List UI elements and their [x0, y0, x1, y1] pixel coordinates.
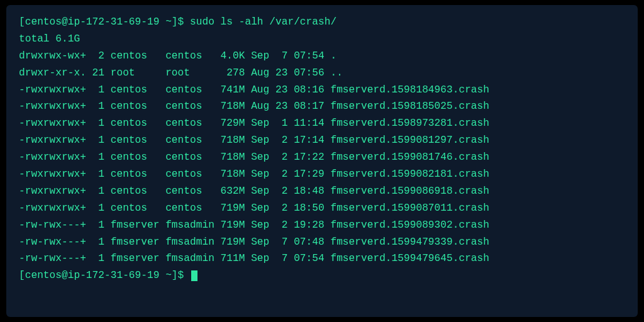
ls-row: drwxr-xr-x. 21 root root 278 Aug 23 07:5…	[19, 65, 625, 82]
ls-row: -rwxrwxrwx+ 1 centos centos 718M Sep 2 1…	[19, 166, 625, 183]
ls-row: -rwxrwxrwx+ 1 centos centos 718M Sep 2 1…	[19, 132, 625, 149]
ls-row: -rwxrwxrwx+ 1 centos centos 718M Aug 23 …	[19, 98, 625, 115]
shell-prompt: [centos@ip-172-31-69-19 ~]$	[19, 16, 190, 28]
ls-row: -rwxrwxrwx+ 1 centos centos 718M Sep 2 1…	[19, 149, 625, 166]
cursor-block	[191, 270, 197, 282]
ls-row: -rw-rwx---+ 1 fmserver fmsadmin 711M Sep…	[19, 250, 625, 267]
command-text: sudo ls -alh /var/crash/	[190, 16, 336, 28]
ls-row: drwxrwx-wx+ 2 centos centos 4.0K Sep 7 0…	[19, 48, 625, 65]
window-frame: [centos@ip-172-31-69-19 ~]$ sudo ls -alh…	[0, 0, 644, 322]
prompt-line: [centos@ip-172-31-69-19 ~]$	[19, 267, 625, 284]
terminal-output[interactable]: [centos@ip-172-31-69-19 ~]$ sudo ls -alh…	[6, 5, 638, 317]
ls-row: -rw-rwx---+ 1 fmserver fmsadmin 719M Sep…	[19, 217, 625, 234]
ls-row: -rwxrwxrwx+ 1 centos centos 741M Aug 23 …	[19, 82, 625, 99]
ls-row: -rwxrwxrwx+ 1 centos centos 632M Sep 2 1…	[19, 183, 625, 200]
ls-row: -rwxrwxrwx+ 1 centos centos 719M Sep 2 1…	[19, 200, 625, 217]
ls-row: -rwxrwxrwx+ 1 centos centos 729M Sep 1 1…	[19, 115, 625, 132]
shell-prompt: [centos@ip-172-31-69-19 ~]$	[19, 270, 190, 281]
total-line: total 6.1G	[19, 31, 625, 48]
command-line: [centos@ip-172-31-69-19 ~]$ sudo ls -alh…	[19, 14, 625, 31]
ls-row: -rw-rwx---+ 1 fmserver fmsadmin 719M Sep…	[19, 234, 625, 251]
